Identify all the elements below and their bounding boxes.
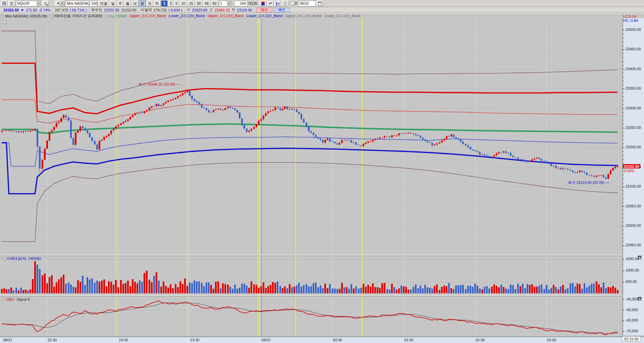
settings-gear-icon[interactable] xyxy=(282,1,288,6)
calendar-icon[interactable] xyxy=(316,1,323,6)
interval-combo[interactable]: 1▼ xyxy=(219,1,232,6)
obv-pane-toggle[interactable] xyxy=(3,298,5,301)
legend-label: Lower_1시그마_Band xyxy=(247,13,282,18)
d-checkbox[interactable] xyxy=(291,2,294,5)
legend-checkbox[interactable] xyxy=(1,15,4,17)
period-button-5[interactable]: 분 xyxy=(139,1,146,6)
interval-button-3[interactable]: 3 xyxy=(168,1,173,6)
date-field[interactable]: 08/22 xyxy=(298,1,316,6)
jeon-button[interactable]: 전 xyxy=(8,1,15,6)
legend-item-1[interactable]: #해외선옵 거래시간 강세패턴 xyxy=(50,13,102,18)
open-label: 시 xyxy=(186,7,190,12)
bar-count-field[interactable]: 260 xyxy=(234,1,248,6)
period-button-2[interactable]: 주 xyxy=(117,1,124,6)
legend-item-4[interactable]: Lower_2시그마_Band xyxy=(169,13,205,18)
legend-label: #해외선옵 거래시간 강세패턴 xyxy=(54,13,102,18)
interval-button-45[interactable]: 45 xyxy=(203,1,210,6)
legend-label: Upper_3시그마_Band xyxy=(285,13,321,18)
open-interest-label: 미결제 xyxy=(141,7,152,12)
quote-bar: 23152.50 ▼ 171.50 -0.74% 397,978 ( 56.71… xyxy=(0,7,644,13)
volume-pane-maximize-icon[interactable]: ▣ xyxy=(638,256,641,259)
interval-1-button[interactable]: 1 xyxy=(161,1,167,6)
change-value: 171.50 xyxy=(26,8,37,12)
low-label: 저 xyxy=(231,7,235,12)
speaker-icon[interactable]: ▼ xyxy=(55,1,65,6)
open-price: 23323.00 xyxy=(192,8,207,12)
best-label: 최우선 xyxy=(91,7,102,12)
interval-button-5[interactable]: 5 xyxy=(174,1,179,6)
legend-label: my_VWAP xyxy=(109,14,127,18)
open-interest: 279,725 xyxy=(154,8,167,12)
symbol-combo[interactable]: NQU25▼ xyxy=(16,1,41,6)
period-button-group: 연결일주월년분초틱 xyxy=(98,1,161,6)
legend-item-6[interactable]: Lower_1시그마_Band xyxy=(247,13,282,18)
legend-label: Mini NASDAQ 100(25.09) xyxy=(5,14,47,18)
high-annotation: 최고 23348.25 (23:29) ─→ xyxy=(139,82,182,87)
best-bid: 23152.50 xyxy=(104,8,119,12)
legend-item-7[interactable]: Upper_3시그마_Band xyxy=(285,13,321,18)
search-icon[interactable] xyxy=(42,1,49,6)
chart-settings-icon[interactable] xyxy=(3,20,6,24)
low-price: 23119.00 xyxy=(237,8,252,12)
volume-value: 397,978 xyxy=(55,8,68,12)
best-ask: 23152.00 xyxy=(121,8,137,12)
volume-pane-toggle[interactable] xyxy=(3,257,5,260)
period-button-0[interactable]: 연결 xyxy=(98,1,109,6)
legend-checkbox[interactable] xyxy=(105,15,108,17)
last-price: 23152.50 xyxy=(3,8,19,12)
buy-button[interactable]: 매수 xyxy=(256,8,272,12)
chart-area: Mini NASDAQ 100(25.09)#해외선옵 거래시간 강세패턴my_… xyxy=(0,13,644,343)
main-toolbar: 전 NQU25▼ ▲▼ ▼ Mini NASDAQ 100(25.0 연결일주월… xyxy=(0,0,644,7)
legend-item-0[interactable]: Mini NASDAQ 100(25.09) xyxy=(1,14,47,18)
legend-item-8[interactable]: Lower_3시그마_Band xyxy=(324,13,360,18)
period-button-4[interactable]: 년 xyxy=(131,1,139,6)
chevron-down-icon[interactable]: ▼ xyxy=(37,1,41,6)
last-time-box: 02:31:00 xyxy=(622,336,641,342)
legend-label: Upper_2시그마_Band xyxy=(130,13,166,18)
legend-label: Lower_3시그마_Band xyxy=(324,13,360,18)
chart-legend: Mini NASDAQ 100(25.09)#해외선옵 거래시간 강세패턴my_… xyxy=(1,14,360,18)
bar-total-label: /3136 xyxy=(248,1,258,5)
chart-window-icon[interactable] xyxy=(1,1,7,6)
interval-button-60[interactable]: 60 xyxy=(211,1,218,6)
interval-button-15[interactable]: 15 xyxy=(187,1,195,6)
low-annotation: 최저 23119.00 (02:25) ─↑ xyxy=(568,180,610,185)
d-checkbox-label: D xyxy=(295,1,298,5)
candle-tool-icon[interactable] xyxy=(260,1,266,6)
obv-pane-maximize-icon[interactable]: ▣ xyxy=(638,297,641,300)
volume-pct: ( 56.71% ) xyxy=(70,8,87,12)
period-button-6[interactable]: 초 xyxy=(146,1,153,6)
high-label: 고 xyxy=(209,7,213,12)
symbol-name-field[interactable]: Mini NASDAQ 100(25.0 xyxy=(65,1,98,6)
current-price-tag: 23152.50 xyxy=(623,164,640,168)
symbol-stepper[interactable]: ▲▼ xyxy=(49,1,54,6)
volume-pane-label: 거래대금(억, 1469원) xyxy=(3,256,41,261)
hc-value: HC:-0.84 xyxy=(623,18,638,22)
change-pct: -0.74% xyxy=(39,8,50,12)
open-interest-change: ( 6,634 ) xyxy=(168,8,182,12)
period-button-7[interactable]: 틱 xyxy=(154,1,161,6)
legend-item-5[interactable]: Upper_1시그마_Band xyxy=(208,13,244,18)
line-tool-icon[interactable] xyxy=(267,1,274,6)
chart-canvas[interactable] xyxy=(0,18,644,343)
save-icon[interactable] xyxy=(274,1,281,6)
obv-pane-label: OBV Signal 9 xyxy=(3,297,30,301)
interval-button-30[interactable]: 30 xyxy=(195,1,203,6)
legend-item-3[interactable]: Upper_2시그마_Band xyxy=(130,13,166,18)
legend-item-2[interactable]: my_VWAP xyxy=(105,14,127,18)
period-button-1[interactable]: 일 xyxy=(109,1,116,6)
legend-label: Lower_2시그마_Band xyxy=(169,13,205,18)
legend-label: Upper_1시그마_Band xyxy=(208,13,244,18)
sell-button[interactable]: 매도 xyxy=(274,8,290,12)
interval-button-10[interactable]: 10 xyxy=(179,1,187,6)
high-price: 23369.25 xyxy=(214,8,230,12)
lc-value: LC:0.14 xyxy=(623,14,636,18)
legend-checkbox[interactable] xyxy=(50,15,53,17)
down-arrow-icon: ▼ xyxy=(20,8,24,12)
interval-button-group: 351015304560 xyxy=(168,1,218,6)
period-button-3[interactable]: 월 xyxy=(124,1,131,6)
current-price-pct: 0.03% xyxy=(624,169,634,173)
